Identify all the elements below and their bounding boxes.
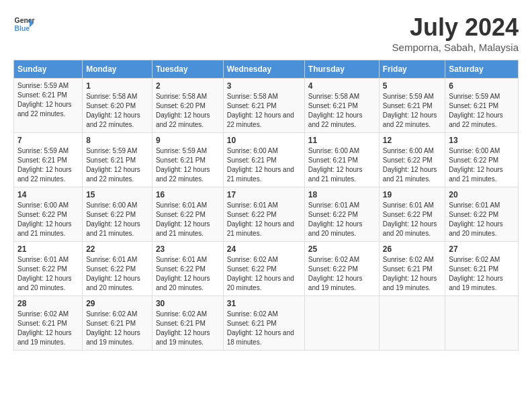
day-number: 30 (156, 299, 220, 308)
day-info: Sunrise: 6:01 AM Sunset: 6:22 PM Dayligh… (17, 255, 79, 293)
calendar-cell: 18Sunrise: 6:01 AM Sunset: 6:22 PM Dayli… (304, 187, 379, 242)
day-number: 18 (308, 190, 375, 199)
day-info: Sunrise: 6:02 AM Sunset: 6:21 PM Dayligh… (449, 255, 515, 293)
col-header-monday: Monday (83, 60, 152, 79)
day-info: Sunrise: 6:01 AM Sunset: 6:22 PM Dayligh… (156, 255, 220, 293)
day-info: Sunrise: 6:00 AM Sunset: 6:22 PM Dayligh… (17, 201, 79, 238)
day-number: 29 (86, 299, 148, 308)
calendar-cell: 2Sunrise: 5:58 AM Sunset: 6:20 PM Daylig… (152, 79, 223, 133)
calendar-cell: 19Sunrise: 6:01 AM Sunset: 6:22 PM Dayli… (379, 187, 445, 242)
day-number: 13 (449, 136, 515, 145)
week-row-4: 21Sunrise: 6:01 AM Sunset: 6:22 PM Dayli… (14, 242, 519, 296)
day-number: 28 (17, 299, 79, 308)
week-row-1: Sunrise: 5:59 AM Sunset: 6:21 PM Dayligh… (14, 79, 519, 133)
day-number: 8 (86, 136, 148, 145)
week-row-2: 7Sunrise: 5:59 AM Sunset: 6:21 PM Daylig… (14, 133, 519, 187)
calendar-cell: 29Sunrise: 6:02 AM Sunset: 6:21 PM Dayli… (83, 296, 152, 351)
day-info: Sunrise: 6:02 AM Sunset: 6:22 PM Dayligh… (308, 255, 375, 293)
day-info: Sunrise: 6:01 AM Sunset: 6:22 PM Dayligh… (156, 201, 220, 238)
calendar-cell: 1Sunrise: 5:58 AM Sunset: 6:20 PM Daylig… (83, 79, 152, 133)
day-info: Sunrise: 6:01 AM Sunset: 6:22 PM Dayligh… (227, 201, 301, 238)
calendar-cell: 28Sunrise: 6:02 AM Sunset: 6:21 PM Dayli… (14, 296, 83, 351)
day-info: Sunrise: 5:58 AM Sunset: 6:20 PM Dayligh… (156, 92, 220, 130)
location-subtitle: Semporna, Sabah, Malaysia (392, 42, 519, 53)
day-number: 12 (383, 136, 442, 145)
day-number: 4 (308, 81, 375, 91)
day-info: Sunrise: 5:58 AM Sunset: 6:21 PM Dayligh… (308, 92, 375, 130)
week-row-5: 28Sunrise: 6:02 AM Sunset: 6:21 PM Dayli… (14, 296, 519, 351)
calendar-cell: 30Sunrise: 6:02 AM Sunset: 6:21 PM Dayli… (152, 296, 223, 351)
svg-text:Blue: Blue (15, 25, 30, 32)
calendar-cell: 24Sunrise: 6:02 AM Sunset: 6:22 PM Dayli… (223, 242, 304, 296)
calendar-cell (445, 296, 519, 351)
calendar-cell (304, 296, 379, 351)
calendar-cell: 4Sunrise: 5:58 AM Sunset: 6:21 PM Daylig… (304, 79, 379, 133)
day-number: 5 (383, 81, 442, 91)
logo: General Blue (13, 13, 35, 35)
header: General Blue July 2024 Semporna, Sabah, … (13, 13, 519, 53)
day-number: 10 (227, 136, 301, 145)
day-number: 2 (156, 81, 220, 91)
col-header-sunday: Sunday (14, 60, 83, 79)
day-number: 11 (308, 136, 375, 145)
col-header-friday: Friday (379, 60, 445, 79)
logo-icon: General Blue (13, 13, 35, 35)
day-info: Sunrise: 5:59 AM Sunset: 6:21 PM Dayligh… (17, 146, 79, 184)
day-number: 7 (17, 136, 79, 145)
day-number: 26 (383, 244, 442, 254)
day-number: 16 (156, 190, 220, 199)
day-number: 14 (17, 190, 79, 199)
calendar-cell: 8Sunrise: 5:59 AM Sunset: 6:21 PM Daylig… (83, 133, 152, 187)
calendar-cell: 25Sunrise: 6:02 AM Sunset: 6:22 PM Dayli… (304, 242, 379, 296)
day-number: 19 (383, 190, 442, 199)
calendar-cell: 5Sunrise: 5:59 AM Sunset: 6:21 PM Daylig… (379, 79, 445, 133)
calendar-cell: 15Sunrise: 6:00 AM Sunset: 6:22 PM Dayli… (83, 187, 152, 242)
calendar-cell: 3Sunrise: 5:58 AM Sunset: 6:21 PM Daylig… (223, 79, 304, 133)
calendar-table: SundayMondayTuesdayWednesdayThursdayFrid… (13, 60, 519, 351)
day-number: 21 (17, 244, 79, 254)
calendar-cell: 22Sunrise: 6:01 AM Sunset: 6:22 PM Dayli… (83, 242, 152, 296)
day-number: 3 (227, 81, 301, 91)
day-number: 6 (449, 81, 515, 91)
day-number: 31 (227, 299, 301, 308)
calendar-cell: 16Sunrise: 6:01 AM Sunset: 6:22 PM Dayli… (152, 187, 223, 242)
calendar-cell: 7Sunrise: 5:59 AM Sunset: 6:21 PM Daylig… (14, 133, 83, 187)
title-area: July 2024 Semporna, Sabah, Malaysia (392, 13, 519, 53)
day-number: 20 (449, 190, 515, 199)
calendar-cell: 27Sunrise: 6:02 AM Sunset: 6:21 PM Dayli… (445, 242, 519, 296)
calendar-cell: 17Sunrise: 6:01 AM Sunset: 6:22 PM Dayli… (223, 187, 304, 242)
day-number: 23 (156, 244, 220, 254)
day-info: Sunrise: 6:02 AM Sunset: 6:21 PM Dayligh… (156, 310, 220, 347)
day-info: Sunrise: 6:00 AM Sunset: 6:22 PM Dayligh… (86, 201, 148, 238)
week-row-3: 14Sunrise: 6:00 AM Sunset: 6:22 PM Dayli… (14, 187, 519, 242)
day-number: 17 (227, 190, 301, 199)
day-number: 25 (308, 244, 375, 254)
day-info: Sunrise: 6:01 AM Sunset: 6:22 PM Dayligh… (86, 255, 148, 293)
calendar-cell: 26Sunrise: 6:02 AM Sunset: 6:21 PM Dayli… (379, 242, 445, 296)
month-title: July 2024 (392, 13, 519, 42)
day-number: 1 (86, 81, 148, 91)
day-info: Sunrise: 6:02 AM Sunset: 6:21 PM Dayligh… (383, 255, 442, 293)
calendar-cell: Sunrise: 5:59 AM Sunset: 6:21 PM Dayligh… (14, 79, 83, 133)
day-info: Sunrise: 5:59 AM Sunset: 6:21 PM Dayligh… (17, 81, 79, 119)
col-header-thursday: Thursday (304, 60, 379, 79)
calendar-cell: 10Sunrise: 6:00 AM Sunset: 6:21 PM Dayli… (223, 133, 304, 187)
day-info: Sunrise: 6:01 AM Sunset: 6:22 PM Dayligh… (449, 201, 515, 238)
day-info: Sunrise: 5:58 AM Sunset: 6:21 PM Dayligh… (227, 92, 301, 130)
day-info: Sunrise: 6:02 AM Sunset: 6:21 PM Dayligh… (86, 310, 148, 347)
day-info: Sunrise: 6:00 AM Sunset: 6:22 PM Dayligh… (449, 146, 515, 184)
calendar-cell: 9Sunrise: 5:59 AM Sunset: 6:21 PM Daylig… (152, 133, 223, 187)
day-number: 24 (227, 244, 301, 254)
calendar-cell: 20Sunrise: 6:01 AM Sunset: 6:22 PM Dayli… (445, 187, 519, 242)
day-info: Sunrise: 5:59 AM Sunset: 6:21 PM Dayligh… (449, 92, 515, 130)
calendar-cell: 12Sunrise: 6:00 AM Sunset: 6:22 PM Dayli… (379, 133, 445, 187)
day-info: Sunrise: 6:02 AM Sunset: 6:21 PM Dayligh… (17, 310, 79, 347)
col-header-wednesday: Wednesday (223, 60, 304, 79)
day-info: Sunrise: 6:02 AM Sunset: 6:21 PM Dayligh… (227, 310, 301, 347)
day-info: Sunrise: 6:00 AM Sunset: 6:22 PM Dayligh… (383, 146, 442, 184)
calendar-cell: 31Sunrise: 6:02 AM Sunset: 6:21 PM Dayli… (223, 296, 304, 351)
calendar-cell: 23Sunrise: 6:01 AM Sunset: 6:22 PM Dayli… (152, 242, 223, 296)
calendar-cell (379, 296, 445, 351)
calendar-cell: 13Sunrise: 6:00 AM Sunset: 6:22 PM Dayli… (445, 133, 519, 187)
calendar-cell: 21Sunrise: 6:01 AM Sunset: 6:22 PM Dayli… (14, 242, 83, 296)
